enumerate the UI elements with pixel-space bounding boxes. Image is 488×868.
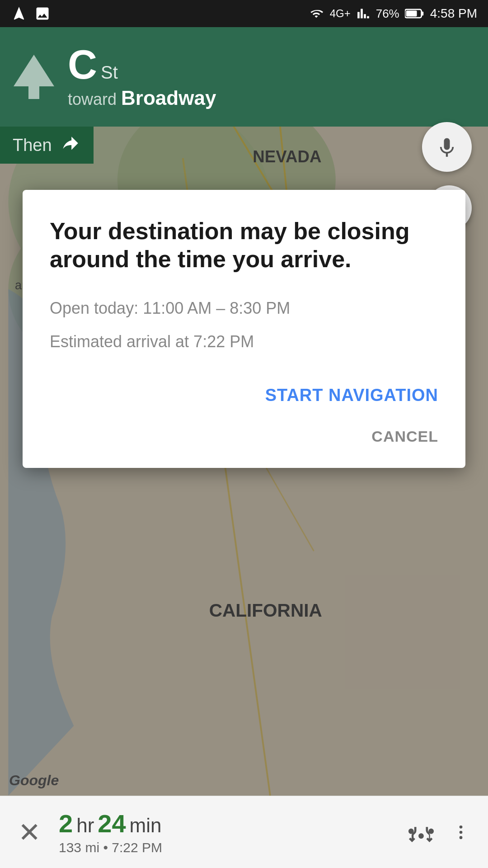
dialog-estimated-arrival: Estimated arrival at 7:22 PM (50, 330, 438, 354)
close-button[interactable]: ✕ (18, 816, 41, 848)
microphone-button[interactable] (422, 122, 472, 172)
route-alternatives-icon[interactable] (408, 820, 434, 845)
arrow-stem (28, 86, 39, 99)
svg-point-17 (460, 836, 463, 839)
start-navigation-button[interactable]: START NAVIGATION (265, 381, 438, 410)
svg-point-15 (460, 826, 463, 829)
status-left-icons (11, 5, 51, 22)
clock-time: 4:58 PM (430, 6, 477, 21)
nav-street-name: C St (68, 44, 216, 85)
trip-details: 133 mi • 7:22 PM (59, 840, 408, 855)
trip-hours: 2 (59, 809, 73, 838)
dialog-title: Your destination may be closing around t… (50, 217, 438, 274)
photo-icon (34, 5, 51, 22)
toward-label: toward (68, 90, 117, 108)
svg-rect-2 (406, 11, 417, 17)
trip-hr-label: hr (76, 814, 94, 837)
wifi-icon (308, 7, 324, 20)
cancel-button[interactable]: CANCEL (371, 423, 438, 450)
navigation-arrow-icon (11, 5, 27, 22)
then-label: Then (13, 136, 52, 155)
turn-right-icon (58, 134, 81, 156)
trip-mins: 24 (98, 809, 126, 838)
bottom-bar: ✕ 2 hr 24 min 133 mi • 7:22 PM (0, 796, 488, 868)
trip-duration: 2 hr 24 min (59, 809, 408, 838)
network-label: 4G+ (330, 7, 351, 20)
street-letter: C (68, 44, 97, 85)
more-options-icon[interactable] (452, 820, 470, 845)
bottom-actions (408, 820, 470, 845)
svg-point-16 (460, 830, 463, 834)
nav-street-info: C St toward Broadway (68, 44, 216, 109)
trip-min-label: min (130, 814, 162, 837)
signal-icon (356, 7, 371, 20)
nav-direction-arrow (14, 55, 54, 99)
then-indicator: Then (0, 127, 94, 164)
battery-icon (405, 7, 425, 20)
status-bar: 4G+ 76% 4:58 PM (0, 0, 488, 27)
dialog-actions: START NAVIGATION CANCEL (50, 381, 438, 450)
nav-toward-line: toward Broadway (68, 87, 216, 109)
street-suffix: St (101, 62, 118, 83)
status-right-info: 4G+ 76% 4:58 PM (308, 6, 477, 21)
trip-info: 2 hr 24 min 133 mi • 7:22 PM (59, 809, 408, 855)
toward-street: Broadway (121, 87, 216, 109)
up-arrow-icon (14, 55, 54, 86)
battery-percentage: 76% (376, 7, 399, 21)
svg-rect-1 (421, 11, 423, 15)
navigation-header: C St toward Broadway (0, 27, 488, 127)
dialog-open-hours: Open today: 11:00 AM – 8:30 PM (50, 296, 438, 321)
destination-warning-dialog: Your destination may be closing around t… (23, 190, 465, 468)
microphone-icon (435, 135, 459, 159)
